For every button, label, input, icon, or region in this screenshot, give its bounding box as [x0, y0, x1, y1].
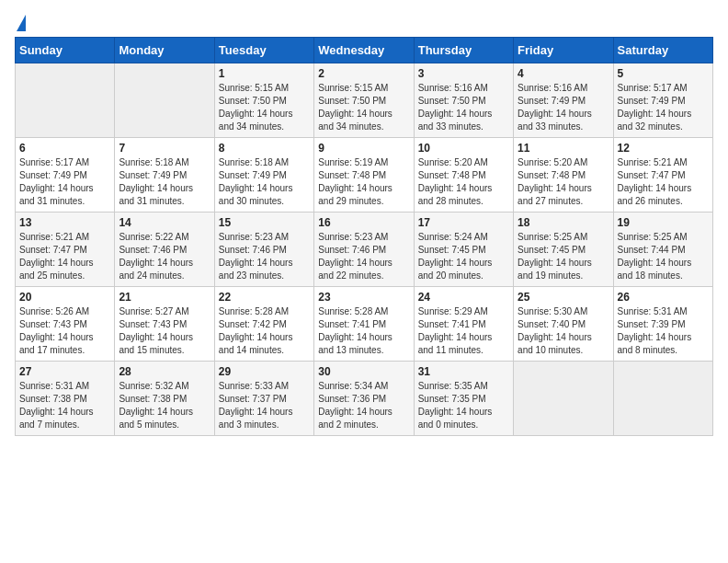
day-info: Sunrise: 5:23 AM Sunset: 7:46 PM Dayligh… — [219, 231, 310, 282]
day-info: Sunrise: 5:34 AM Sunset: 7:36 PM Dayligh… — [318, 380, 409, 431]
calendar-day-cell: 30Sunrise: 5:34 AM Sunset: 7:36 PM Dayli… — [314, 362, 414, 436]
day-number: 30 — [318, 365, 409, 378]
day-info: Sunrise: 5:35 AM Sunset: 7:35 PM Dayligh… — [418, 380, 509, 431]
calendar-day-cell: 4Sunrise: 5:16 AM Sunset: 7:49 PM Daylig… — [514, 63, 613, 138]
day-number: 6 — [19, 142, 110, 155]
calendar-day-cell: 5Sunrise: 5:17 AM Sunset: 7:49 PM Daylig… — [613, 63, 712, 138]
calendar-day-cell: 12Sunrise: 5:21 AM Sunset: 7:47 PM Dayli… — [613, 138, 712, 213]
day-info: Sunrise: 5:28 AM Sunset: 7:42 PM Dayligh… — [219, 305, 310, 357]
day-info: Sunrise: 5:23 AM Sunset: 7:46 PM Dayligh… — [318, 231, 409, 282]
weekday-header-sunday: Sunday — [16, 38, 115, 63]
day-number: 20 — [19, 291, 110, 304]
calendar-week-row: 13Sunrise: 5:21 AM Sunset: 7:47 PM Dayli… — [16, 213, 713, 287]
day-number: 15 — [219, 216, 310, 229]
calendar-day-cell: 17Sunrise: 5:24 AM Sunset: 7:45 PM Dayli… — [414, 213, 513, 287]
day-info: Sunrise: 5:20 AM Sunset: 7:48 PM Dayligh… — [518, 156, 609, 208]
day-number: 9 — [318, 142, 409, 155]
day-number: 17 — [418, 216, 509, 229]
calendar-day-cell: 24Sunrise: 5:29 AM Sunset: 7:41 PM Dayli… — [414, 287, 513, 362]
calendar-day-cell: 29Sunrise: 5:33 AM Sunset: 7:37 PM Dayli… — [214, 362, 313, 436]
day-info: Sunrise: 5:26 AM Sunset: 7:43 PM Dayligh… — [19, 305, 110, 357]
day-number: 23 — [318, 291, 409, 304]
day-number: 1 — [219, 67, 310, 80]
day-info: Sunrise: 5:15 AM Sunset: 7:50 PM Dayligh… — [318, 82, 409, 133]
day-info: Sunrise: 5:28 AM Sunset: 7:41 PM Dayligh… — [318, 305, 409, 357]
calendar-day-cell: 21Sunrise: 5:27 AM Sunset: 7:43 PM Dayli… — [115, 287, 214, 362]
day-number: 26 — [618, 291, 709, 304]
calendar-day-cell: 6Sunrise: 5:17 AM Sunset: 7:49 PM Daylig… — [16, 138, 115, 213]
calendar-day-cell: 9Sunrise: 5:19 AM Sunset: 7:48 PM Daylig… — [314, 138, 414, 213]
day-info: Sunrise: 5:21 AM Sunset: 7:47 PM Dayligh… — [19, 231, 110, 282]
day-info: Sunrise: 5:21 AM Sunset: 7:47 PM Dayligh… — [618, 156, 709, 208]
calendar-day-cell: 8Sunrise: 5:18 AM Sunset: 7:49 PM Daylig… — [214, 138, 313, 213]
day-info: Sunrise: 5:16 AM Sunset: 7:50 PM Dayligh… — [418, 82, 509, 133]
day-number: 11 — [518, 142, 609, 155]
day-number: 16 — [318, 216, 409, 229]
page-header — [15, 15, 713, 31]
day-info: Sunrise: 5:33 AM Sunset: 7:37 PM Dayligh… — [219, 380, 310, 431]
calendar-day-cell: 27Sunrise: 5:31 AM Sunset: 7:38 PM Dayli… — [16, 362, 115, 436]
weekday-header-tuesday: Tuesday — [214, 38, 313, 63]
weekday-header-thursday: Thursday — [414, 38, 513, 63]
day-number: 8 — [219, 142, 310, 155]
calendar-day-cell: 7Sunrise: 5:18 AM Sunset: 7:49 PM Daylig… — [115, 138, 214, 213]
day-info: Sunrise: 5:16 AM Sunset: 7:49 PM Dayligh… — [518, 82, 609, 133]
day-info: Sunrise: 5:15 AM Sunset: 7:50 PM Dayligh… — [219, 82, 310, 133]
day-number: 19 — [618, 216, 709, 229]
day-info: Sunrise: 5:27 AM Sunset: 7:43 PM Dayligh… — [119, 305, 210, 357]
day-number: 27 — [19, 365, 110, 378]
calendar-day-cell: 23Sunrise: 5:28 AM Sunset: 7:41 PM Dayli… — [314, 287, 414, 362]
day-number: 13 — [19, 216, 110, 229]
day-info: Sunrise: 5:31 AM Sunset: 7:39 PM Dayligh… — [618, 305, 709, 357]
day-number: 12 — [618, 142, 709, 155]
calendar-week-row: 27Sunrise: 5:31 AM Sunset: 7:38 PM Dayli… — [16, 362, 713, 436]
calendar-day-cell: 3Sunrise: 5:16 AM Sunset: 7:50 PM Daylig… — [414, 63, 513, 138]
day-number: 28 — [119, 365, 210, 378]
day-number: 31 — [418, 365, 509, 378]
calendar-day-cell: 15Sunrise: 5:23 AM Sunset: 7:46 PM Dayli… — [214, 213, 313, 287]
day-number: 3 — [418, 67, 509, 80]
day-number: 5 — [618, 67, 709, 80]
day-number: 14 — [119, 216, 210, 229]
calendar-day-cell: 26Sunrise: 5:31 AM Sunset: 7:39 PM Dayli… — [613, 287, 712, 362]
calendar-day-cell — [115, 63, 214, 138]
day-number: 24 — [418, 291, 509, 304]
weekday-header-monday: Monday — [115, 38, 214, 63]
calendar-day-cell: 31Sunrise: 5:35 AM Sunset: 7:35 PM Dayli… — [414, 362, 513, 436]
day-info: Sunrise: 5:17 AM Sunset: 7:49 PM Dayligh… — [19, 156, 110, 208]
calendar-day-cell: 13Sunrise: 5:21 AM Sunset: 7:47 PM Dayli… — [16, 213, 115, 287]
day-info: Sunrise: 5:32 AM Sunset: 7:38 PM Dayligh… — [119, 380, 210, 431]
day-number: 2 — [318, 67, 409, 80]
calendar-day-cell: 28Sunrise: 5:32 AM Sunset: 7:38 PM Dayli… — [115, 362, 214, 436]
calendar-week-row: 20Sunrise: 5:26 AM Sunset: 7:43 PM Dayli… — [16, 287, 713, 362]
logo — [15, 15, 26, 31]
day-info: Sunrise: 5:29 AM Sunset: 7:41 PM Dayligh… — [418, 305, 509, 357]
calendar-day-cell — [613, 362, 712, 436]
day-number: 25 — [518, 291, 609, 304]
calendar-week-row: 6Sunrise: 5:17 AM Sunset: 7:49 PM Daylig… — [16, 138, 713, 213]
day-number: 21 — [119, 291, 210, 304]
calendar-day-cell: 19Sunrise: 5:25 AM Sunset: 7:44 PM Dayli… — [613, 213, 712, 287]
weekday-header-friday: Friday — [514, 38, 613, 63]
calendar-day-cell: 16Sunrise: 5:23 AM Sunset: 7:46 PM Dayli… — [314, 213, 414, 287]
calendar-day-cell: 25Sunrise: 5:30 AM Sunset: 7:40 PM Dayli… — [514, 287, 613, 362]
calendar-day-cell — [16, 63, 115, 138]
day-info: Sunrise: 5:25 AM Sunset: 7:44 PM Dayligh… — [618, 231, 709, 282]
day-info: Sunrise: 5:18 AM Sunset: 7:49 PM Dayligh… — [119, 156, 210, 208]
day-info: Sunrise: 5:24 AM Sunset: 7:45 PM Dayligh… — [418, 231, 509, 282]
day-number: 18 — [518, 216, 609, 229]
calendar-day-cell: 20Sunrise: 5:26 AM Sunset: 7:43 PM Dayli… — [16, 287, 115, 362]
day-number: 7 — [119, 142, 210, 155]
day-info: Sunrise: 5:31 AM Sunset: 7:38 PM Dayligh… — [19, 380, 110, 431]
day-number: 22 — [219, 291, 310, 304]
weekday-header-row: SundayMondayTuesdayWednesdayThursdayFrid… — [16, 38, 713, 63]
calendar-day-cell: 14Sunrise: 5:22 AM Sunset: 7:46 PM Dayli… — [115, 213, 214, 287]
calendar-day-cell: 2Sunrise: 5:15 AM Sunset: 7:50 PM Daylig… — [314, 63, 414, 138]
day-info: Sunrise: 5:20 AM Sunset: 7:48 PM Dayligh… — [418, 156, 509, 208]
day-info: Sunrise: 5:22 AM Sunset: 7:46 PM Dayligh… — [119, 231, 210, 282]
day-info: Sunrise: 5:18 AM Sunset: 7:49 PM Dayligh… — [219, 156, 310, 208]
calendar-day-cell: 1Sunrise: 5:15 AM Sunset: 7:50 PM Daylig… — [214, 63, 313, 138]
calendar-table: SundayMondayTuesdayWednesdayThursdayFrid… — [15, 37, 713, 436]
weekday-header-wednesday: Wednesday — [314, 38, 414, 63]
day-info: Sunrise: 5:17 AM Sunset: 7:49 PM Dayligh… — [618, 82, 709, 133]
